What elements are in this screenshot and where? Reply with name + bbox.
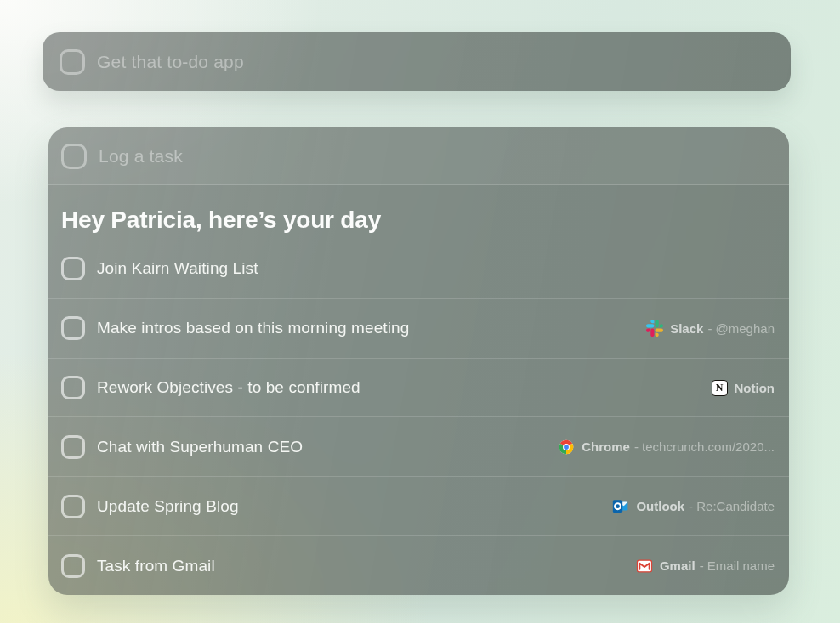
task-source[interactable]: Chrome - techcrunch.com/2020...: [558, 439, 775, 456]
outlook-icon: [612, 498, 629, 515]
source-detail: - techcrunch.com/2020...: [634, 439, 775, 454]
task-title: Join Kairn Waiting List: [97, 259, 258, 278]
task-row[interactable]: Make intros based on this morning meetin…: [48, 298, 789, 358]
task-row[interactable]: Chat with Superhuman CEO Chrome - techcr…: [48, 416, 789, 476]
task-checkbox[interactable]: [61, 257, 85, 280]
chrome-icon: [558, 439, 575, 456]
task-checkbox[interactable]: [61, 376, 85, 399]
log-task-checkbox[interactable]: [61, 144, 87, 169]
task-checkbox[interactable]: [61, 435, 85, 459]
task-checkbox[interactable]: [61, 495, 85, 518]
task-source[interactable]: Slack - @meghan: [646, 320, 775, 337]
task-row[interactable]: Task from Gmail Gmail - Email name: [48, 535, 789, 595]
task-checkbox[interactable]: [61, 554, 85, 578]
quick-add-checkbox[interactable]: [60, 49, 85, 75]
task-source[interactable]: N Notion: [712, 380, 775, 396]
gmail-icon: [636, 558, 653, 575]
task-row[interactable]: Update Spring Blog Outlook - Re:Candidat…: [48, 476, 789, 535]
source-app-name: Chrome: [582, 439, 630, 454]
task-list: Join Kairn Waiting List Make intros base…: [48, 240, 789, 595]
app-window: Get that to-do app Log a task Hey Patric…: [0, 0, 840, 623]
greeting-heading: Hey Patricia, here’s your day: [61, 207, 775, 234]
log-task-placeholder: Log a task: [99, 146, 183, 167]
task-row[interactable]: Rework Objectives - to be confirmed N No…: [48, 358, 789, 417]
task-source[interactable]: Outlook - Re:Candidate: [612, 498, 775, 515]
task-title: Rework Objectives - to be confirmed: [97, 378, 360, 397]
task-title: Make intros based on this morning meetin…: [97, 319, 409, 337]
today-panel: Log a task Hey Patricia, here’s your day…: [48, 127, 789, 595]
log-task-input[interactable]: Log a task: [48, 127, 789, 185]
source-detail: - Re:Candidate: [689, 499, 775, 513]
source-app-name: Slack: [670, 321, 703, 336]
notion-icon: N: [712, 380, 728, 396]
task-row[interactable]: Join Kairn Waiting List: [48, 240, 789, 298]
task-title: Update Spring Blog: [97, 497, 239, 516]
task-source[interactable]: Gmail - Email name: [636, 558, 775, 575]
task-title: Chat with Superhuman CEO: [97, 438, 303, 456]
quick-add-placeholder: Get that to-do app: [97, 52, 244, 72]
source-detail: - Email name: [700, 558, 775, 573]
task-title: Task from Gmail: [97, 557, 215, 575]
task-checkbox[interactable]: [61, 316, 85, 340]
source-app-name: Outlook: [636, 499, 684, 513]
source-app-name: Notion: [735, 381, 775, 395]
source-app-name: Gmail: [660, 558, 695, 573]
source-detail: - @meghan: [707, 321, 775, 336]
slack-icon: [646, 320, 663, 337]
quick-add-bar[interactable]: Get that to-do app: [43, 32, 791, 91]
